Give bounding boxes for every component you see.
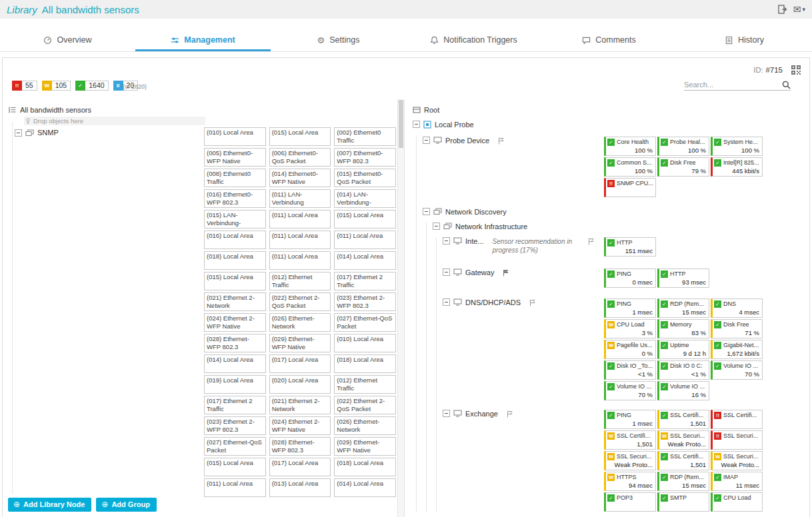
library-sensor-tile[interactable]: (017) Local Area xyxy=(269,458,331,476)
sensor-box[interactable]: WSSL Certifi...1,501 xyxy=(604,430,656,450)
drop-target[interactable]: Drop objects here xyxy=(24,117,205,125)
library-sensor-tile[interactable]: (012) Ethernet Traffic xyxy=(269,272,331,290)
flag-icon[interactable] xyxy=(529,299,536,306)
sensor-box[interactable]: ✓SSL Certifi...1,501 xyxy=(657,410,709,429)
collapse-toggle-icon[interactable] xyxy=(443,237,450,245)
library-sensor-tile[interactable]: (014) Local Area xyxy=(204,354,266,373)
library-sensor-tile[interactable]: (029) Ethernet-WFP Native xyxy=(269,334,331,352)
library-sensor-tile[interactable]: (026) Ethernet-Network xyxy=(269,313,331,332)
library-sensor-tile[interactable]: (011) Local Area xyxy=(269,251,331,270)
sensor-box[interactable]: ✓Core Health100 % xyxy=(604,137,656,156)
library-sensor-tile[interactable]: (015) Ethernet0-QoS Packet xyxy=(334,169,396,187)
library-sensor-tile[interactable]: (024) Ethernet 2-WFP Native xyxy=(204,313,266,332)
library-sensor-tile[interactable]: (006) Ethernet0-QoS Packet xyxy=(269,148,331,167)
library-sensor-tile[interactable]: (018) Local Area xyxy=(334,458,396,476)
library-sensor-tile[interactable]: (016) Local Area xyxy=(204,231,266,249)
library-sensor-tile[interactable]: (013) Local Area xyxy=(269,478,331,497)
sensor-box[interactable]: ✓RDP (Rem...15 msec xyxy=(657,472,709,491)
sensor-box[interactable]: !!SSL Certifi... xyxy=(711,410,763,429)
flag-icon[interactable] xyxy=(588,238,595,245)
library-sensor-tile[interactable]: (007) Ethernet0-WFP 802.3 xyxy=(334,148,396,167)
add-library-node-button[interactable]: ⊕Add Library Node xyxy=(8,498,91,512)
tree-node-probe-device[interactable]: Probe Device xyxy=(423,137,505,146)
sensor-box[interactable]: ✓Gigabit-Net...1,672 kbit/s xyxy=(711,340,763,359)
collapse-toggle-icon[interactable] xyxy=(423,208,430,215)
library-sensor-tile[interactable]: (005) Ethernet0-WFP Native xyxy=(204,148,266,167)
collapse-toggle-icon[interactable] xyxy=(443,298,450,306)
library-sensor-tile[interactable]: (026) Ethernet-Network xyxy=(334,416,396,435)
sensor-box[interactable]: WPagefile Us...0 % xyxy=(604,340,656,359)
library-sensor-tile[interactable]: (017) Local Area xyxy=(269,354,331,373)
library-sensor-tile[interactable]: (019) Local Area xyxy=(204,375,266,394)
library-sensor-tile[interactable]: (022) Ethernet 2-QoS Packet xyxy=(334,396,396,414)
tree-node-network-infrastructure[interactable]: Network Infrastructure xyxy=(433,223,809,232)
tree-node-gateway[interactable]: Gateway xyxy=(443,268,509,278)
sensor-box[interactable]: ✓HTTP93 msec xyxy=(657,268,709,288)
library-sensor-tile[interactable]: (010) Local Area xyxy=(334,334,396,352)
status-badge-err[interactable]: !!55 xyxy=(12,81,37,91)
sensor-box[interactable]: WHTTPS94 msec xyxy=(604,472,656,491)
qr-code-icon[interactable] xyxy=(791,65,801,75)
tab-notification-triggers[interactable]: Notification Triggers xyxy=(406,31,541,51)
library-sensor-tile[interactable]: (015) Local Area xyxy=(334,210,396,229)
sensor-box[interactable]: ✓Uptime9 d 12 h xyxy=(657,340,709,359)
sensor-box[interactable]: ✓Disk IO 0 C:<1 % xyxy=(657,360,709,380)
sensor-box[interactable]: WCPU Load3 % xyxy=(604,319,656,338)
sensor-box[interactable]: ✓System He...100 % xyxy=(711,137,763,156)
library-sensor-tile[interactable]: (023) Ethernet 2-WFP 802.3 xyxy=(204,416,266,435)
tab-management[interactable]: Management xyxy=(135,31,271,51)
collapse-toggle-icon[interactable] xyxy=(443,268,450,276)
sensor-box[interactable]: ✓IMAP11 msec xyxy=(711,472,763,491)
library-sensor-tile[interactable]: (011) Local Area xyxy=(269,210,331,229)
sensor-box[interactable]: ✓PING1 msec xyxy=(604,298,656,318)
collapse-toggle-icon[interactable] xyxy=(443,410,450,417)
search-icon[interactable] xyxy=(782,81,791,89)
library-sensor-tile[interactable]: (011) LAN-Verbindung xyxy=(269,189,331,208)
email-icon[interactable]: ✉ ▾ xyxy=(793,5,805,14)
library-sensor-tile[interactable]: (028) Ethernet-WFP 802.3 xyxy=(269,437,331,456)
tree-node-exchange[interactable]: Exchange xyxy=(443,410,513,419)
sensor-box[interactable]: ✓Intel[R] 825...445 kbit/s xyxy=(711,157,763,177)
library-sensor-tile[interactable]: (002) Ethernet0 Traffic xyxy=(334,127,396,146)
sensor-box[interactable]: ✓Memory83 % xyxy=(657,319,709,338)
library-sensor-tile[interactable]: (014) Ethernet0-WFP Native xyxy=(269,169,331,187)
library-sensor-tile[interactable]: (011) Local Area xyxy=(204,478,266,497)
library-sensor-tile[interactable]: (021) Ethernet 2-Network xyxy=(204,292,266,311)
sensor-box[interactable]: ✓Volume IO ...70 % xyxy=(711,360,763,380)
library-sensor-tile[interactable]: (023) Ethernet 2-WFP 802.3 xyxy=(334,292,396,311)
sensor-box[interactable]: WSSL Securi...Weak Proto... xyxy=(604,451,656,470)
tree-node-dns[interactable]: DNS/DHCP/ADS xyxy=(443,298,536,308)
sensor-box[interactable]: ✓RDP (Rem...15 msec xyxy=(657,298,709,318)
library-sensor-tile[interactable]: (027) Ethernet-QoS Packet xyxy=(334,313,396,332)
tab-overview[interactable]: Overview xyxy=(0,31,135,51)
sensor-box[interactable]: ✓Volume IO ...16 % xyxy=(657,381,709,400)
add-group-button[interactable]: ⊕Add Group xyxy=(96,498,157,512)
library-sensor-tile[interactable]: (018) Local Area xyxy=(334,354,396,373)
library-sensor-tile[interactable]: (015) LAN-Verbindung- xyxy=(204,210,266,229)
library-sensor-tile[interactable]: (028) Ethernet-WFP 802.3 xyxy=(204,334,266,352)
sensor-box[interactable]: ✓Disk Free79 % xyxy=(657,157,709,177)
collapse-toggle-icon[interactable] xyxy=(15,129,22,137)
library-sensor-tile[interactable]: (017) Ethernet 2 Traffic xyxy=(334,272,396,290)
sensor-box[interactable]: ✓PING0 msec xyxy=(604,268,656,288)
scrollbar-thumb[interactable] xyxy=(399,100,403,148)
sensor-box[interactable]: ✓SSL Certifi...1,501 xyxy=(657,451,709,470)
sensor-box[interactable]: ✓Common S...100 % xyxy=(604,157,656,177)
collapse-toggle-icon[interactable] xyxy=(423,137,430,144)
tree-node-root[interactable]: Root xyxy=(413,106,809,115)
sensor-box[interactable]: ✓Volume IO ...70 % xyxy=(604,381,656,400)
flag-icon[interactable] xyxy=(507,410,513,418)
collapse-toggle-icon[interactable] xyxy=(433,223,440,230)
sensor-box[interactable]: !!SNMP CPU... xyxy=(604,178,656,197)
sensor-box[interactable]: ✓SMTP xyxy=(657,492,709,512)
sensor-box[interactable]: ✓HTTP151 msec xyxy=(604,237,656,257)
library-sensor-tile[interactable]: (027) Ethernet-QoS Packet xyxy=(204,437,266,456)
sensor-box[interactable]: ✓Disk IO _To...<1 % xyxy=(604,360,656,380)
library-sensor-tile[interactable]: (015) Local Area xyxy=(269,127,331,146)
tab-settings[interactable]: ⚙ Settings xyxy=(271,31,406,51)
library-sensor-tile[interactable]: (015) Local Area xyxy=(204,272,266,290)
tree-node-inte[interactable]: Inte... Sensor recommendation in progres… xyxy=(443,237,601,255)
sensor-box[interactable]: ✓Disk Free71 % xyxy=(711,319,763,338)
sensor-box[interactable]: ✓CPU Load xyxy=(711,492,763,512)
status-badge-ok[interactable]: ✓1640 xyxy=(75,81,108,91)
